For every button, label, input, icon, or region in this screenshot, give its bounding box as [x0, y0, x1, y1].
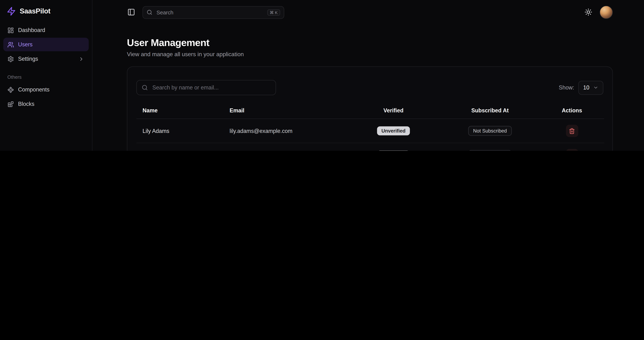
sidebar-item-label: Blocks	[18, 101, 34, 107]
topbar: ⌘ K	[92, 0, 644, 24]
sidebar-nav-others: Components Blocks	[3, 83, 89, 112]
page-subtitle: View and manage all users in your applic…	[127, 51, 613, 57]
table-search[interactable]	[136, 80, 276, 95]
user-email: lily.adams@example.com	[223, 119, 346, 143]
page-title: User Management	[127, 37, 613, 48]
sidebar-item-users[interactable]: Users	[3, 38, 89, 51]
verified-cell: Unverified	[346, 143, 440, 151]
app-name: SaasPilot	[20, 7, 50, 15]
column-header-actions: Actions	[540, 103, 604, 119]
verified-cell: Unverified	[346, 119, 440, 143]
sidebar-item-blocks[interactable]: Blocks	[3, 97, 89, 111]
table-search-input[interactable]	[152, 84, 271, 91]
page-content: User Management View and manage all user…	[92, 24, 644, 151]
blocks-icon	[8, 101, 14, 107]
page-size-value: 10	[583, 85, 590, 91]
search-icon	[147, 9, 152, 15]
unverified-badge: Unverified	[377, 151, 410, 151]
page-size-select[interactable]: 10	[578, 81, 604, 95]
unverified-badge: Unverified	[377, 126, 410, 136]
gear-icon	[8, 56, 14, 62]
sidebar-item-label: Components	[18, 87, 50, 93]
table-row: Lily Adamslily.adams@example.comUnverifi…	[136, 119, 604, 143]
sidebar-toggle-button[interactable]	[127, 8, 135, 16]
users-table-card: Show: 10 NameEmailVerifiedSubscribed AtA…	[127, 67, 613, 151]
subscribed-cell: Not Subscribed	[440, 143, 540, 151]
users-icon	[8, 41, 14, 48]
sidebar-item-dashboard[interactable]: Dashboard	[3, 23, 89, 37]
app-window: SaasPilot Dashboard Users Settings Other…	[0, 0, 644, 151]
shortcut-hint: ⌘ K	[267, 9, 280, 15]
global-search-input[interactable]	[156, 9, 264, 16]
users-table: NameEmailVerifiedSubscribed AtActions Li…	[136, 103, 604, 151]
app-logo: SaasPilot	[3, 0, 89, 23]
delete-user-button[interactable]	[566, 125, 578, 137]
topbar-actions	[584, 6, 613, 19]
table-header-row: NameEmailVerifiedSubscribed AtActions	[136, 103, 604, 119]
table-row: Chloe Brookschloe.brooks@example.comUnve…	[136, 143, 604, 151]
subscribed-cell: Not Subscribed	[440, 119, 540, 143]
user-name: Chloe Brooks	[136, 143, 223, 151]
sidebar: SaasPilot Dashboard Users Settings Other…	[0, 0, 92, 151]
column-header-email: Email	[223, 103, 346, 119]
user-email: chloe.brooks@example.com	[223, 143, 346, 151]
sidebar-item-settings[interactable]: Settings	[3, 52, 89, 66]
global-search[interactable]: ⌘ K	[142, 6, 284, 19]
page-size-control: Show: 10	[559, 81, 604, 95]
table-body: Lily Adamslily.adams@example.comUnverifi…	[136, 119, 604, 151]
sidebar-item-label: Dashboard	[18, 27, 45, 33]
chevron-down-icon	[593, 85, 598, 90]
table-toolbar: Show: 10	[136, 80, 604, 95]
actions-cell	[540, 143, 604, 151]
sidebar-nav: Dashboard Users Settings	[3, 23, 89, 67]
show-label: Show:	[559, 85, 574, 91]
panel-left-icon	[127, 8, 135, 16]
main-area: ⌘ K User Management View and manage all …	[92, 0, 644, 151]
sun-icon	[584, 8, 592, 16]
table-header: NameEmailVerifiedSubscribed AtActions	[136, 103, 604, 119]
chevron-right-icon	[78, 56, 85, 62]
column-header-subscribed-at: Subscribed At	[440, 103, 540, 119]
sidebar-item-label: Settings	[18, 56, 38, 62]
sidebar-section-label: Others	[3, 67, 89, 83]
user-avatar[interactable]	[600, 6, 613, 19]
logo-bolt-icon	[6, 6, 16, 16]
not-subscribed-badge: Not Subscribed	[468, 150, 512, 151]
not-subscribed-badge: Not Subscribed	[468, 126, 512, 136]
sidebar-item-label: Users	[18, 41, 32, 48]
search-icon	[142, 85, 148, 91]
column-header-verified: Verified	[346, 103, 440, 119]
delete-user-button[interactable]	[566, 149, 578, 151]
user-name: Lily Adams	[136, 119, 223, 143]
dashboard-icon	[8, 27, 14, 33]
sidebar-item-components[interactable]: Components	[3, 83, 89, 96]
column-header-name: Name	[136, 103, 223, 119]
theme-toggle-button[interactable]	[584, 8, 592, 16]
component-icon	[8, 86, 14, 93]
trash-icon	[569, 128, 575, 134]
actions-cell	[540, 119, 604, 143]
